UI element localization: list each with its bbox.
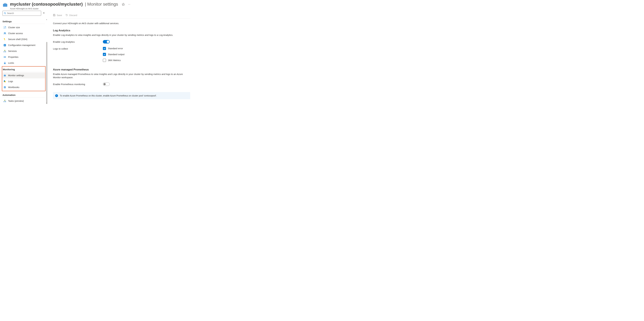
sidebar-item-label: Monitor settings [8, 74, 24, 77]
discard-button[interactable]: Discard [66, 14, 77, 16]
svg-rect-27 [4, 102, 4, 102]
scroll-up-arrow[interactable]: ▲ [46, 18, 48, 20]
enable-prometheus-toggle[interactable] [103, 82, 110, 86]
content-pane: Save Discard Connect your HDInsight on A… [47, 11, 196, 104]
collapse-sidebar-button[interactable] [43, 12, 45, 14]
enable-prometheus-label: Enable Prometheus monitoring [53, 82, 103, 86]
checkbox-jmx-metrics[interactable] [103, 59, 106, 62]
sidebar-item-label: Cluster size [8, 26, 20, 29]
resource-type: Azure HDInsight on AKS cluster [10, 8, 118, 10]
discard-label: Discard [69, 14, 77, 16]
svg-rect-16 [5, 52, 6, 52]
enable-log-analytics-label: Enable Log Analytics [53, 40, 103, 43]
svg-rect-2 [4, 3, 6, 4]
log-analytics-title: Log Analytics [53, 29, 190, 32]
scroll-down-arrow[interactable]: ▼ [46, 102, 48, 104]
sidebar-item-label: Services [8, 50, 17, 52]
sidebar-scrollbar[interactable]: ▲ ▼ [46, 20, 48, 102]
hierarchy-icon [4, 50, 6, 52]
header-title-block: mycluster (contosopool/mycluster) | Moni… [10, 2, 118, 10]
sidebar-item-configuration-management[interactable]: Configuration management [2, 42, 45, 48]
resize-icon [4, 26, 6, 29]
sidebar: Settings Cluster size Cluster access Sec… [0, 11, 47, 104]
briefcase-icon [4, 74, 6, 77]
sidebar-item-logs[interactable]: Logs [2, 78, 45, 84]
command-bar: Save Discard [53, 14, 190, 18]
checkbox-standard-output[interactable] [103, 53, 106, 56]
svg-rect-19 [6, 56, 6, 58]
sidebar-item-workbooks[interactable]: Workbooks [2, 84, 45, 90]
svg-rect-18 [5, 56, 5, 58]
svg-rect-30 [54, 15, 55, 16]
svg-point-9 [5, 32, 6, 33]
svg-rect-28 [5, 102, 6, 102]
svg-rect-22 [4, 75, 5, 75]
sidebar-item-label: Locks [8, 62, 14, 64]
more-actions-button[interactable]: ⋯ [128, 3, 131, 6]
svg-rect-26 [4, 100, 5, 100]
section-automation: Automation [2, 92, 45, 98]
resource-icon [2, 2, 8, 8]
sidebar-item-label: Secure shell (SSH) [8, 38, 27, 40]
svg-rect-29 [54, 14, 54, 15]
lock-icon [4, 62, 6, 64]
page-header: mycluster (contosopool/mycluster) | Moni… [0, 0, 644, 11]
sidebar-item-monitor-settings[interactable]: Monitor settings [2, 72, 45, 78]
sidebar-item-label: Properties [8, 56, 18, 58]
prometheus-desc: Enable Azure managed Prometheus to view … [53, 72, 190, 79]
checklist-icon [4, 44, 6, 46]
sidebar-search[interactable] [2, 11, 41, 16]
svg-rect-0 [3, 4, 7, 6]
enable-log-analytics-toggle[interactable] [103, 40, 110, 44]
sidebar-item-services[interactable]: Services [2, 48, 45, 54]
logs-to-collect-label: Logs to collect [53, 47, 103, 50]
monitoring-section-highlight: Monitoring Monitor settings Logs [2, 66, 46, 91]
sidebar-item-secure-shell[interactable]: Secure shell (SSH) [2, 36, 45, 42]
svg-rect-24 [4, 81, 6, 82]
checkbox-standard-error[interactable] [103, 47, 106, 50]
section-monitoring: Monitoring [3, 66, 44, 72]
bars-icon [4, 56, 6, 58]
section-settings: Settings [2, 18, 45, 24]
checkbox-label: Standard error [108, 47, 123, 50]
scroll-thumb[interactable] [46, 42, 48, 104]
svg-rect-14 [4, 50, 5, 51]
sidebar-item-tasks[interactable]: Tasks (preview) [2, 98, 45, 104]
sidebar-item-cluster-size[interactable]: Cluster size [2, 24, 45, 30]
tasks-icon [4, 100, 6, 102]
svg-marker-4 [122, 3, 125, 6]
svg-rect-12 [4, 40, 5, 40]
svg-point-5 [4, 12, 6, 14]
sidebar-item-cluster-access[interactable]: Cluster access [2, 30, 45, 36]
checkbox-label: Standard output [108, 53, 124, 56]
sidebar-item-locks[interactable]: Locks [2, 60, 45, 66]
workbook-icon [4, 86, 6, 89]
sidebar-item-properties[interactable]: Properties [2, 54, 45, 60]
save-button[interactable]: Save [53, 14, 62, 16]
page-title: Monitor settings [87, 2, 118, 6]
log-analytics-desc: Enable Log Analytics to view insights an… [53, 33, 190, 36]
checkbox-label: JMX Metrics [108, 59, 121, 62]
intro-text: Connect your HDInsight on AKS cluster wi… [53, 22, 190, 24]
svg-rect-3 [3, 5, 7, 5]
sidebar-item-label: Cluster access [8, 32, 23, 34]
svg-rect-17 [4, 56, 4, 58]
sidebar-item-label: Tasks (preview) [8, 100, 24, 102]
people-icon [4, 32, 6, 35]
sidebar-item-label: Logs [8, 80, 13, 82]
banner-text: To enable Azure Prometheus on this clust… [60, 94, 157, 97]
prometheus-info-banner: i To enable Azure Prometheus on this clu… [53, 92, 190, 99]
sidebar-item-label: Configuration management [8, 44, 36, 46]
key-icon [4, 38, 6, 41]
logs-icon [4, 80, 6, 83]
sidebar-item-label: Workbooks [8, 86, 19, 88]
info-icon: i [55, 94, 58, 97]
prometheus-title: Azure managed Prometheus [53, 68, 190, 71]
svg-point-8 [4, 32, 5, 33]
svg-line-6 [6, 14, 6, 14]
favorite-button[interactable] [122, 3, 125, 6]
search-input[interactable] [7, 12, 40, 14]
resource-title: mycluster (contosopool/mycluster) [10, 2, 83, 7]
svg-rect-20 [4, 63, 6, 64]
svg-rect-15 [4, 52, 4, 52]
